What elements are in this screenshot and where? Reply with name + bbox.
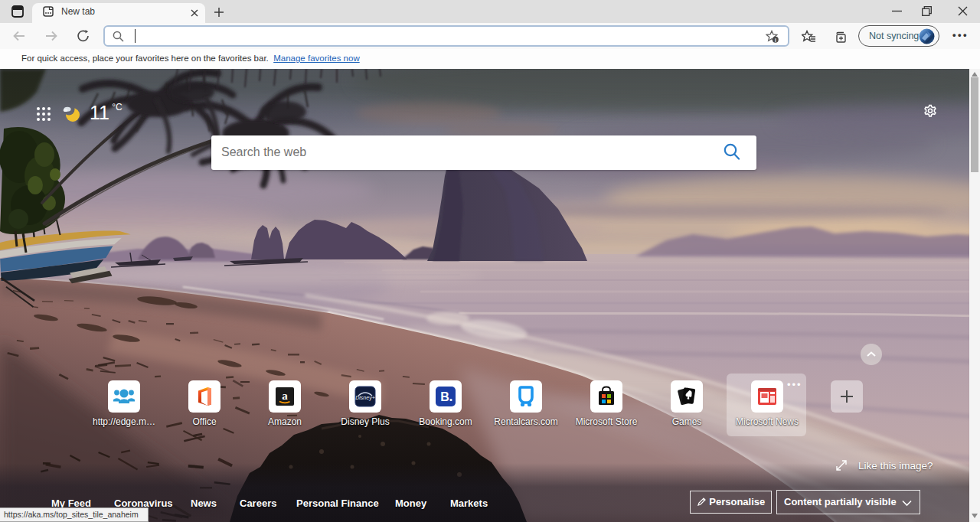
svg-text:a: a [282, 390, 288, 402]
svg-text:B: B [440, 390, 449, 403]
svg-text:Disney+: Disney+ [355, 395, 374, 401]
svg-text:i: i [775, 38, 776, 43]
